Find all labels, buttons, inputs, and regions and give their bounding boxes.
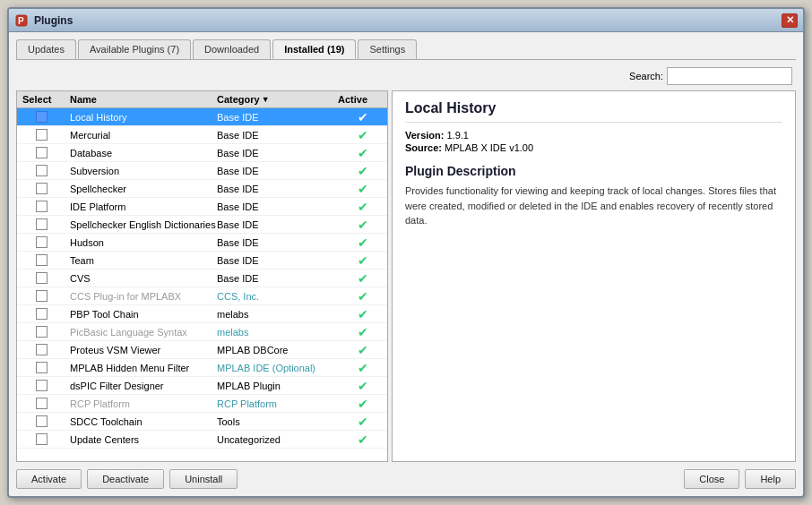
row-category: Base IDE — [217, 184, 338, 194]
table-row[interactable]: Proteus VSM Viewer MPLAB DBCore ✔ — [17, 341, 387, 359]
row-checkbox[interactable] — [17, 326, 66, 338]
table-row[interactable]: Spellchecker Base IDE ✔ — [17, 180, 387, 198]
row-checkbox[interactable] — [17, 165, 66, 176]
row-checkbox[interactable] — [17, 398, 66, 409]
row-checkbox[interactable] — [17, 362, 66, 373]
uninstall-button[interactable]: Uninstall — [169, 469, 238, 489]
table-row[interactable]: MPLAB Hidden Menu Filter MPLAB IDE (Opti… — [17, 359, 387, 377]
header-select: Select — [17, 94, 66, 105]
row-active: ✔ — [338, 271, 387, 286]
row-checkbox[interactable] — [17, 415, 66, 427]
row-checkbox[interactable] — [17, 218, 66, 230]
row-checkbox[interactable] — [17, 111, 66, 123]
table-row[interactable]: PicBasic Language Syntax melabs ✔ — [17, 323, 387, 341]
row-category: MPLAB DBCore — [217, 345, 338, 355]
table-row[interactable]: Mercurial Base IDE ✔ — [17, 126, 387, 144]
row-checkbox[interactable] — [17, 272, 66, 284]
row-checkbox[interactable] — [17, 380, 66, 391]
table-row[interactable]: RCP Platform RCP Platform ✔ — [17, 395, 387, 413]
source-label: Source: — [405, 142, 442, 153]
tab-available[interactable]: Available Plugins (7) — [78, 39, 191, 59]
table-row[interactable]: CVS Base IDE ✔ — [17, 270, 387, 287]
row-active: ✔ — [338, 110, 387, 124]
row-category: Tools — [217, 416, 338, 427]
x-icon: ✕ — [786, 14, 794, 26]
table-row[interactable]: SDCC Toolchain Tools ✔ — [17, 413, 387, 431]
header-name: Name — [66, 94, 217, 105]
row-checkbox[interactable] — [17, 254, 66, 266]
row-checkbox[interactable] — [17, 201, 66, 212]
row-checkbox[interactable] — [17, 183, 66, 194]
row-active: ✔ — [338, 164, 387, 178]
table-row[interactable]: Update Centers Uncategorized ✔ — [17, 431, 387, 449]
tab-downloaded[interactable]: Downloaded — [193, 39, 271, 59]
table-row[interactable]: Team Base IDE ✔ — [17, 252, 387, 270]
row-checkbox[interactable] — [17, 344, 66, 355]
row-active: ✔ — [338, 361, 387, 375]
close-button[interactable]: Close — [684, 469, 739, 489]
table-body: Local History Base IDE ✔ Mercurial Base … — [17, 108, 387, 461]
version-label: Version: — [405, 130, 444, 141]
tab-settings[interactable]: Settings — [358, 39, 417, 59]
row-active: ✔ — [338, 307, 387, 321]
bottom-buttons: Activate Deactivate Uninstall Close Help — [16, 469, 796, 489]
row-checkbox[interactable] — [17, 236, 66, 248]
tab-updates[interactable]: Updates — [16, 39, 76, 59]
source-value: MPLAB X IDE v1.00 — [445, 142, 533, 153]
deactivate-button[interactable]: Deactivate — [87, 469, 164, 489]
table-row[interactable]: Hudson Base IDE ✔ — [17, 234, 387, 252]
table-row[interactable]: CCS Plug-in for MPLABX CCS, Inc. ✔ — [17, 287, 387, 305]
table-row[interactable]: dsPIC Filter Designer MPLAB Plugin ✔ — [17, 377, 387, 395]
version-value: 1.9.1 — [446, 130, 468, 141]
row-checkbox[interactable] — [17, 308, 66, 320]
row-active: ✔ — [338, 146, 387, 160]
help-button[interactable]: Help — [745, 469, 796, 489]
row-checkbox[interactable] — [17, 290, 66, 302]
row-name: Hudson — [66, 237, 217, 248]
search-bar: Search: — [16, 67, 796, 85]
row-name: Local History — [66, 112, 217, 123]
row-category: Base IDE — [217, 273, 338, 284]
sort-icon: ▼ — [262, 95, 270, 104]
table-row[interactable]: PBP Tool Chain melabs ✔ — [17, 305, 387, 323]
row-name: Proteus VSM Viewer — [66, 345, 217, 355]
plugins-window: P Plugins ✕ Updates Available Plugins (7… — [7, 7, 805, 498]
row-checkbox[interactable] — [17, 147, 66, 158]
table-row[interactable]: Local History Base IDE ✔ — [17, 108, 387, 126]
row-name: PBP Tool Chain — [66, 309, 217, 320]
row-active: ✔ — [338, 235, 387, 250]
detail-panel: Local History Version: 1.9.1 Source: MPL… — [392, 90, 796, 462]
row-name: CCS Plug-in for MPLABX — [66, 291, 217, 302]
table-row[interactable]: Database Base IDE ✔ — [17, 144, 387, 162]
activate-button[interactable]: Activate — [16, 469, 82, 489]
table-row[interactable]: Subversion Base IDE ✔ — [17, 162, 387, 180]
main-content: Updates Available Plugins (7) Downloaded… — [9, 32, 803, 496]
svg-text:P: P — [18, 16, 24, 26]
row-active: ✔ — [338, 397, 387, 411]
row-checkbox[interactable] — [17, 129, 66, 141]
table-row[interactable]: IDE Platform Base IDE ✔ — [17, 198, 387, 216]
detail-source: Source: MPLAB X IDE v1.00 — [405, 142, 782, 153]
row-name: CVS — [66, 273, 217, 284]
row-name: PicBasic Language Syntax — [66, 327, 217, 338]
row-checkbox[interactable] — [17, 433, 66, 445]
table-row[interactable]: Spellchecker English Dictionaries Base I… — [17, 216, 387, 234]
row-active: ✔ — [338, 289, 387, 304]
row-name: MPLAB Hidden Menu Filter — [66, 363, 217, 373]
row-name: Spellchecker — [66, 184, 217, 194]
row-category: Base IDE — [217, 166, 338, 176]
tab-bar: Updates Available Plugins (7) Downloaded… — [16, 39, 796, 60]
row-active: ✔ — [338, 415, 387, 429]
row-active: ✔ — [338, 128, 387, 142]
main-area: Select Name Category ▼ Active Local Hist… — [16, 90, 796, 462]
row-category: melabs — [217, 309, 338, 320]
header-active: Active — [338, 94, 387, 105]
tab-installed[interactable]: Installed (19) — [272, 39, 356, 59]
search-input[interactable] — [667, 67, 792, 85]
header-category: Category ▼ — [217, 94, 338, 105]
close-window-button[interactable]: ✕ — [782, 13, 798, 28]
titlebar: P Plugins ✕ — [9, 9, 803, 32]
detail-version: Version: 1.9.1 — [405, 130, 782, 141]
row-category: Base IDE — [217, 237, 338, 248]
row-name: Update Centers — [66, 434, 217, 445]
